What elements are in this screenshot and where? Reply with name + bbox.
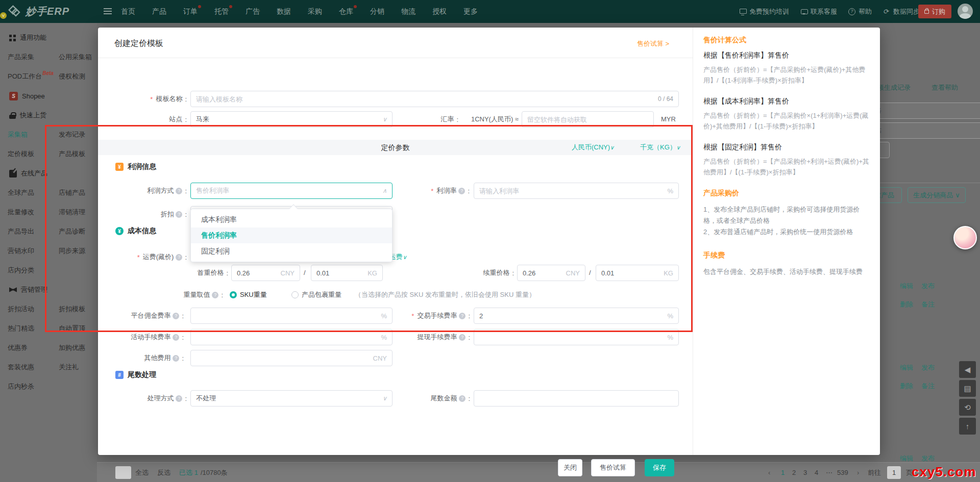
sidebar-item[interactable]: 优惠券 <box>8 343 59 352</box>
currency-select[interactable]: 人民币(CNY) <box>572 140 614 155</box>
template-name-input[interactable]: 0 / 64 <box>190 91 679 107</box>
pagination-page[interactable]: 539 <box>837 463 848 482</box>
next-weight-price-input[interactable]: CNY <box>517 265 585 281</box>
other-fee-input[interactable]: CNY <box>190 350 393 366</box>
activity-fee-input[interactable]: % <box>190 329 393 345</box>
pagination-page[interactable]: 3 <box>803 463 807 482</box>
profit-rate-input[interactable]: % <box>474 183 679 199</box>
sidebar-item[interactable]: 产品导出 <box>8 227 59 236</box>
sidebar-item[interactable]: 采集箱 <box>8 130 59 139</box>
sidebar-item[interactable]: 侵权检测 <box>59 72 85 81</box>
topbar-link[interactable]: 帮助 <box>848 7 872 16</box>
first-weight-kg-input[interactable]: KG <box>311 265 383 281</box>
sidebar-item[interactable]: 折扣模板 <box>59 305 85 314</box>
row-action-link[interactable]: 备注 <box>921 300 935 309</box>
sidebar-item[interactable]: 发布记录 <box>59 130 85 139</box>
sidebar-item[interactable]: 滞销清理 <box>59 208 85 217</box>
sidebar-item[interactable]: 店内分类 <box>8 266 59 275</box>
top-menu-item[interactable]: 分销 <box>370 7 384 16</box>
commission-input[interactable]: % <box>190 308 393 324</box>
invert-select-button[interactable]: 反选 <box>157 463 170 482</box>
row-action-link[interactable]: 编辑 <box>900 363 913 372</box>
top-menu-item[interactable]: 订单 <box>183 7 198 16</box>
save-button[interactable]: 保存 <box>645 459 674 476</box>
profit-mode-select[interactable]: 售价利润率 <box>190 183 393 199</box>
row-action-link[interactable]: 编辑 <box>900 282 913 291</box>
help-tooltip-icon[interactable] <box>173 313 179 319</box>
dropdown-option[interactable]: 固定利润 <box>191 243 392 259</box>
sidebar-group-header[interactable]: 通用功能 <box>0 28 97 47</box>
sidebar-item[interactable]: 套装优惠 <box>8 363 59 372</box>
help-tooltip-icon[interactable] <box>176 211 182 218</box>
prev-page-icon[interactable]: ‹ <box>768 463 770 482</box>
sidebar-group-header[interactable]: 在线产品 <box>0 164 97 183</box>
dropdown-option[interactable]: 售价利润率 <box>191 227 392 243</box>
withdraw-fee-input[interactable]: % <box>474 329 679 345</box>
tail-amount-input[interactable] <box>474 390 679 407</box>
row-action-link[interactable]: 发布 <box>921 363 935 372</box>
price-trial-button[interactable]: 售价试算 <box>591 459 635 476</box>
help-tooltip-icon[interactable] <box>176 395 182 402</box>
sidebar-item[interactable]: 关注礼 <box>59 363 79 372</box>
help-tooltip-icon[interactable] <box>459 334 465 341</box>
process-mode-select[interactable]: 不处理 <box>190 390 393 407</box>
page-tool-box[interactable] <box>115 466 131 479</box>
first-weight-price-input[interactable]: CNY <box>231 265 300 281</box>
sidebar-item[interactable]: 自动置顶 <box>59 324 85 333</box>
sidebar-group-header[interactable]: SShopee <box>0 86 97 106</box>
close-button[interactable]: 关闭 <box>558 459 582 476</box>
row-action-link[interactable]: 删除 <box>900 382 913 391</box>
back-top-icon[interactable]: ↑ <box>959 418 976 435</box>
sidebar-item[interactable]: 加购优惠 <box>59 343 85 352</box>
sidebar-item[interactable]: 定价模板 <box>8 149 59 159</box>
site-select[interactable]: 马来 <box>190 111 393 128</box>
help-tooltip-icon[interactable] <box>176 254 182 261</box>
dropdown-option[interactable]: 成本利润率 <box>191 212 392 227</box>
help-tooltip-icon[interactable] <box>173 334 179 341</box>
top-menu-item[interactable]: 采购 <box>308 7 322 16</box>
collapse-icon[interactable]: ◀ <box>959 361 976 378</box>
sidebar-item[interactable]: 产品模板 <box>59 149 85 159</box>
transaction-fee-input[interactable]: % <box>474 308 679 324</box>
help-tooltip-icon[interactable] <box>173 355 179 362</box>
sidebar-item[interactable]: 折扣活动 <box>8 305 59 314</box>
radio-sku-weight[interactable]: SKU重量 <box>230 287 267 303</box>
pagination-page[interactable]: 2 <box>792 463 796 482</box>
top-menu-item[interactable]: 物流 <box>401 7 415 16</box>
sidebar-item[interactable]: POD工作台Beta <box>8 72 59 81</box>
pagination-page[interactable]: 4 <box>815 463 818 482</box>
help-tooltip-icon[interactable] <box>459 313 465 319</box>
next-page-icon[interactable]: › <box>857 463 859 482</box>
top-menu-item[interactable]: 产品 <box>152 7 166 16</box>
subsidy-filter-input[interactable]: 补贴 <box>863 122 980 139</box>
document-icon[interactable]: ▤ <box>959 380 976 397</box>
sidebar-item[interactable]: 店内秒杀 <box>8 382 59 391</box>
hamburger-icon[interactable] <box>104 8 112 9</box>
next-weight-kg-input[interactable]: KG <box>596 265 679 281</box>
goto-page-input[interactable] <box>887 466 901 479</box>
top-menu-item[interactable]: 仓库 <box>339 7 353 16</box>
generate-distribution-button[interactable]: 生成分销商品 <box>908 187 966 203</box>
top-menu-item[interactable]: 更多 <box>463 7 478 16</box>
topbar-link[interactable]: 免费预约培训 <box>739 7 789 16</box>
pagination-page[interactable]: ⋯ <box>826 463 832 482</box>
sidebar-item[interactable]: 产品采集 <box>8 53 59 62</box>
sidebar-item[interactable]: 店铺产品 <box>59 188 85 197</box>
row-action-link[interactable]: 备注 <box>921 382 935 391</box>
sidebar-item[interactable]: 营销水印 <box>8 246 59 256</box>
help-tooltip-icon[interactable] <box>176 188 182 194</box>
subscribe-button[interactable]: 订购 <box>918 5 951 18</box>
sidebar-item[interactable]: 同步来源 <box>59 246 85 256</box>
exchange-rate-input[interactable] <box>522 111 654 128</box>
view-help-link[interactable]: 查看帮助 <box>932 83 958 92</box>
help-tooltip-icon[interactable] <box>458 188 465 194</box>
sidebar-item[interactable]: 公用采集箱 <box>59 53 92 62</box>
sidebar-group-header[interactable]: 快速上货 <box>0 106 97 125</box>
help-tooltip-icon[interactable] <box>459 395 465 402</box>
row-action-link[interactable]: 发布 <box>921 282 935 291</box>
sidebar-item[interactable]: 全球产品 <box>8 188 59 197</box>
select-all-button[interactable]: 全选 <box>135 463 149 482</box>
assistant-avatar[interactable] <box>953 226 977 249</box>
top-menu-item[interactable]: 首页 <box>121 7 135 16</box>
sidebar-item[interactable]: 热门精选 <box>8 324 59 333</box>
